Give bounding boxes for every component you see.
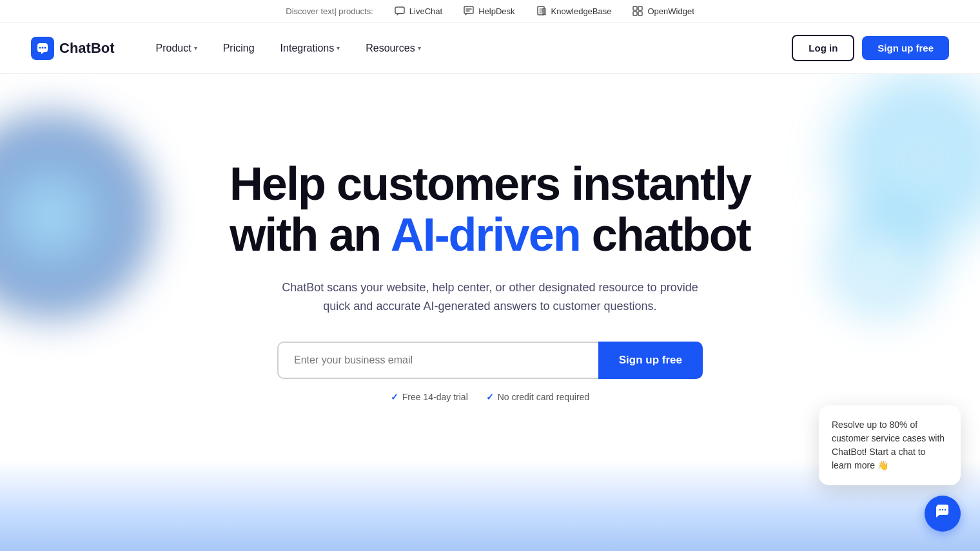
svg-point-12: [942, 509, 943, 510]
helpdesk-label: HelpDesk: [478, 6, 514, 16]
hero-title-blue: AI-driven: [391, 209, 580, 260]
blob-right-mid: [825, 203, 941, 319]
free-trial-check: ✓ Free 14-day trial: [391, 392, 468, 402]
svg-rect-3: [633, 6, 637, 10]
chat-open-button[interactable]: [925, 496, 961, 532]
hero-checks: ✓ Free 14-day trial ✓ No credit card req…: [230, 392, 750, 402]
livechat-label: LiveChat: [409, 6, 442, 16]
hero-title-part3: chatbot: [580, 209, 750, 260]
navbar: ChatBot Product ▾ Pricing Integrations ▾…: [0, 23, 980, 74]
svg-rect-6: [638, 12, 642, 15]
nav-product-label: Product: [156, 43, 191, 54]
logo[interactable]: ChatBot: [31, 37, 115, 60]
chatbot-logo-icon: [31, 37, 54, 60]
openwidget-label: OpenWidget: [647, 6, 694, 16]
signup-hero-button[interactable]: Sign up free: [598, 342, 703, 379]
svg-rect-1: [464, 6, 473, 14]
svg-rect-5: [633, 12, 637, 15]
svg-point-8: [39, 46, 41, 48]
nav-integrations-label: Integrations: [280, 43, 335, 54]
check-icon-2: ✓: [486, 392, 494, 402]
helpdesk-icon: [463, 5, 475, 17]
topbar-knowledgebase[interactable]: KnowledgeBase: [536, 5, 612, 17]
signup-nav-button[interactable]: Sign up free: [862, 36, 949, 60]
hero-title-part2: with an: [230, 209, 390, 260]
product-chevron-icon: ▾: [194, 44, 197, 52]
nav-pricing[interactable]: Pricing: [213, 37, 265, 59]
nav-resources[interactable]: Resources ▾: [355, 37, 431, 59]
chat-widget: Resolve up to 80% of customer service ca…: [819, 405, 961, 532]
hero-subtitle: ChatBot scans your website, help center,…: [277, 278, 703, 316]
nav-integrations[interactable]: Integrations ▾: [270, 37, 351, 59]
chat-popup-text: Resolve up to 80% of customer service ca…: [832, 420, 945, 470]
svg-point-13: [945, 509, 946, 510]
integrations-chevron-icon: ▾: [337, 44, 340, 52]
check-label-1: Free 14-day trial: [402, 392, 468, 402]
svg-point-9: [42, 46, 44, 48]
chat-btn-icon: [934, 503, 951, 524]
hero-form: Sign up free: [277, 342, 703, 379]
resources-chevron-icon: ▾: [418, 44, 421, 52]
chat-popup: Resolve up to 80% of customer service ca…: [819, 405, 961, 485]
svg-point-11: [939, 509, 941, 510]
topbar-helpdesk[interactable]: HelpDesk: [463, 5, 514, 17]
knowledgebase-icon: [536, 5, 547, 17]
nav-links: Product ▾ Pricing Integrations ▾ Resourc…: [146, 37, 431, 59]
livechat-icon: [394, 5, 406, 17]
logo-text: ChatBot: [59, 40, 115, 57]
nav-resources-label: Resources: [366, 43, 415, 54]
hero-title: Help customers instantly with an AI-driv…: [230, 159, 750, 260]
check-label-2: No credit card required: [498, 392, 589, 402]
nav-pricing-label: Pricing: [223, 43, 255, 54]
navbar-right: Log in Sign up free: [792, 35, 949, 61]
top-bar: Discover text| products: LiveChat HelpDe…: [0, 0, 980, 23]
no-credit-card-check: ✓ No credit card required: [486, 392, 589, 402]
login-button[interactable]: Log in: [792, 35, 854, 61]
svg-rect-4: [638, 6, 642, 10]
navbar-left: ChatBot Product ▾ Pricing Integrations ▾…: [31, 37, 431, 60]
svg-point-10: [44, 46, 46, 48]
email-input[interactable]: [277, 342, 598, 379]
hero-title-part1: Help customers instantly: [230, 158, 750, 209]
svg-rect-0: [395, 7, 404, 14]
nav-product[interactable]: Product ▾: [146, 37, 208, 59]
discover-text: Discover text| products:: [286, 6, 373, 16]
hero-content: Help customers instantly with an AI-driv…: [230, 159, 750, 402]
topbar-openwidget[interactable]: OpenWidget: [632, 5, 694, 17]
knowledgebase-label: KnowledgeBase: [551, 6, 612, 16]
openwidget-icon: [632, 5, 643, 17]
blob-left: [0, 113, 155, 319]
check-icon-1: ✓: [391, 392, 398, 402]
topbar-livechat[interactable]: LiveChat: [394, 5, 442, 17]
